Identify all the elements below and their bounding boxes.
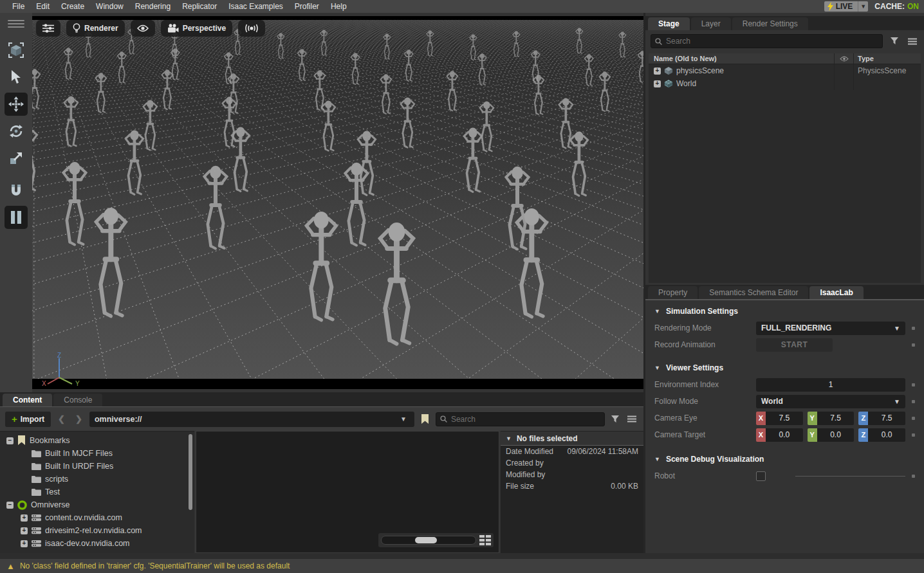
tree-item[interactable]: −Omniverse — [0, 498, 194, 511]
viewport-settings-button[interactable] — [36, 20, 60, 37]
default-indicator[interactable] — [912, 383, 915, 387]
tree-item[interactable]: Built In URDF Files — [0, 460, 194, 473]
list-view-icon[interactable] — [479, 535, 491, 545]
tab-semantics-schema-editor[interactable]: Semantics Schema Editor — [699, 286, 808, 299]
tree-item[interactable]: +content.ov.nvidia.com — [0, 511, 194, 524]
rotate-tool[interactable] — [5, 120, 28, 143]
back-button[interactable]: ❮ — [55, 414, 68, 424]
camera-eye-x-field[interactable]: 7.5 — [766, 412, 803, 425]
camera-eye-z-field[interactable]: 7.5 — [868, 412, 905, 425]
menu-replicator[interactable]: Replicator — [176, 0, 223, 13]
default-indicator[interactable] — [912, 327, 915, 330]
robot-checkbox[interactable] — [756, 471, 766, 481]
path-bar[interactable]: ▼ — [89, 412, 414, 427]
menu-edit[interactable]: Edit — [30, 0, 55, 13]
visibility-menu-button[interactable] — [131, 20, 155, 37]
default-indicator[interactable] — [912, 417, 915, 420]
column-visibility[interactable] — [834, 53, 853, 64]
stage-search-input[interactable] — [666, 37, 878, 46]
tree-item[interactable]: +drivesim2-rel.ov.nvidia.com — [0, 524, 194, 537]
section-scene-debug-visualization[interactable]: ▼ Scene Debug Visualization — [645, 448, 924, 468]
toolbar-grab-handle[interactable] — [8, 18, 24, 30]
stage-row-physicsscene[interactable]: + physicsScene PhysicsScene — [649, 64, 921, 77]
tab-stage[interactable]: Stage — [648, 17, 690, 30]
menu-profiler[interactable]: Profiler — [289, 0, 325, 13]
viewport[interactable]: Renderer Perspective — [32, 16, 643, 389]
scrollbar-thumb[interactable] — [189, 434, 192, 510]
camera-menu-button[interactable]: Perspective — [161, 20, 232, 37]
camera-target-y-field[interactable]: 0.0 — [817, 428, 855, 442]
menu-create[interactable]: Create — [55, 0, 90, 13]
collapse-icon[interactable]: − — [6, 437, 14, 444]
tab-isaaclab[interactable]: IsaacLab — [809, 286, 863, 299]
content-search[interactable] — [436, 412, 605, 426]
viewport-render[interactable] — [32, 20, 643, 379]
camera-target-x-field[interactable]: 0.0 — [766, 428, 803, 442]
path-input[interactable] — [95, 415, 398, 424]
file-info-header[interactable]: ▼ No files selected — [501, 432, 643, 446]
menu-isaac-examples[interactable]: Isaac Examples — [223, 0, 289, 13]
bookmark-icon[interactable] — [421, 414, 429, 424]
menu-file[interactable]: File — [6, 0, 30, 13]
stage-options-button[interactable] — [906, 35, 919, 48]
menu-rendering[interactable]: Rendering — [129, 0, 176, 13]
forward-button[interactable]: ❯ — [72, 414, 86, 424]
broadcast-button[interactable] — [238, 20, 265, 37]
collapse-icon[interactable]: − — [6, 502, 14, 509]
default-indicator[interactable] — [912, 475, 915, 478]
stage-filter-button[interactable] — [888, 35, 901, 48]
tree-item[interactable]: scripts — [0, 473, 194, 486]
renderer-menu-button[interactable]: Renderer — [66, 20, 125, 37]
select-tool[interactable] — [5, 66, 28, 89]
import-button[interactable]: + Import — [5, 412, 51, 427]
environment-index-field[interactable]: 1 — [756, 378, 905, 392]
section-viewer-settings[interactable]: ▼ Viewer Settings — [645, 357, 924, 376]
follow-mode-dropdown[interactable]: World ▼ — [756, 395, 905, 408]
camera-label: Perspective — [183, 24, 226, 33]
content-filter-button[interactable] — [609, 413, 622, 426]
zoom-slider-handle[interactable] — [415, 537, 437, 543]
divider — [0, 553, 924, 558]
column-type[interactable]: Type — [853, 53, 921, 64]
tab-layer[interactable]: Layer — [691, 17, 731, 30]
tree-item[interactable]: Built In MJCF Files — [0, 447, 194, 460]
expand-icon[interactable]: + — [654, 80, 661, 87]
start-button[interactable]: START — [756, 338, 833, 352]
scale-tool[interactable] — [5, 147, 28, 170]
column-name[interactable]: Name (Old to New) — [649, 55, 834, 62]
expand-icon[interactable]: + — [654, 68, 661, 75]
snap-tool[interactable] — [5, 179, 28, 202]
live-button[interactable]: LIVE — [824, 1, 858, 12]
humanoid-robot — [275, 33, 286, 60]
pause-tool[interactable] — [5, 206, 28, 229]
content-search-input[interactable] — [451, 415, 600, 424]
tab-render-settings[interactable]: Render Settings — [732, 17, 808, 30]
content-file-grid[interactable] — [196, 431, 499, 553]
zoom-slider[interactable] — [381, 536, 476, 545]
menu-help[interactable]: Help — [325, 0, 353, 13]
tree-item[interactable]: +isaac-dev.ov.nvidia.com — [0, 537, 194, 550]
rendering-mode-dropdown[interactable]: FULL_RENDERING ▼ — [756, 322, 905, 335]
menu-window[interactable]: Window — [90, 0, 129, 13]
default-indicator[interactable] — [912, 343, 915, 347]
tree-item[interactable]: −Bookmarks — [0, 434, 194, 447]
move-tool[interactable] — [5, 93, 28, 116]
camera-target-z-field[interactable]: 0.0 — [868, 428, 905, 442]
camera-eye-y-field[interactable]: 7.5 — [817, 412, 855, 425]
tab-content[interactable]: Content — [3, 394, 52, 406]
stage-row-world[interactable]: + World — [649, 77, 921, 90]
section-simulation-settings[interactable]: ▼ Simulation Settings — [645, 300, 924, 320]
path-dropdown-icon[interactable]: ▼ — [398, 415, 409, 423]
stage-search[interactable] — [651, 34, 883, 48]
expand-icon[interactable]: + — [21, 540, 28, 547]
live-dropdown-chevron[interactable]: ▼ — [858, 1, 868, 12]
expand-icon[interactable]: + — [21, 514, 28, 522]
expand-icon[interactable]: + — [21, 527, 28, 534]
tree-item[interactable]: Test — [0, 486, 194, 498]
selection-mode-tool[interactable] — [5, 39, 28, 62]
default-indicator[interactable] — [912, 433, 915, 437]
default-indicator[interactable] — [912, 400, 915, 403]
content-options-button[interactable] — [625, 413, 638, 426]
tab-console[interactable]: Console — [53, 394, 102, 406]
tab-property[interactable]: Property — [648, 286, 698, 299]
